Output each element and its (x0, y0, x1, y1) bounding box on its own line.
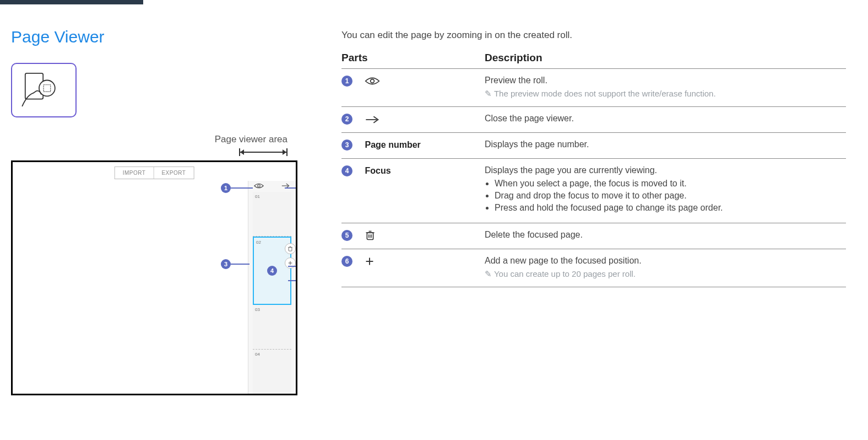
parts-header: Parts (341, 52, 485, 69)
row-note: You can create up to 20 pages per roll. (485, 269, 843, 279)
arrow-right-icon (365, 114, 380, 124)
page-number-label: 02 (256, 240, 261, 245)
plus-icon (365, 256, 375, 267)
row-description: Delete the focused page. (485, 230, 843, 240)
right-column: You can edit the page by zooming in on t… (341, 28, 846, 395)
plus-icon (287, 260, 293, 266)
parts-table: Parts Description 1 Preview the roll. T (341, 52, 846, 287)
svg-point-10 (371, 79, 375, 83)
callout-3: 3 (221, 259, 231, 269)
page-number-label: 03 (255, 307, 260, 312)
row-description: Close the page viewer. (485, 114, 843, 124)
bullet-item: Press and hold the focused page to chang… (495, 203, 843, 213)
row-part-label: Page number (365, 140, 420, 150)
row-description: Displays the page number. (485, 139, 843, 149)
callout-4: 4 (267, 266, 277, 276)
top-accent-bar (0, 0, 868, 6)
row-part-label: Focus (365, 166, 390, 176)
row-number-badge: 2 (341, 114, 352, 125)
export-tab[interactable]: EXPORT (153, 167, 193, 179)
add-page-button[interactable] (285, 257, 296, 269)
row-description: Preview the roll. (485, 76, 843, 85)
trash-icon (365, 230, 376, 241)
row-number-badge: 4 (341, 165, 352, 176)
import-tab[interactable]: IMPORT (115, 167, 154, 179)
bullet-item: When you select a page, the focus is mov… (495, 179, 843, 189)
device-diagram: IMPORT EXPORT 1 2 3 5 6 (11, 160, 297, 395)
page-title: Page Viewer (11, 28, 297, 46)
row-number-badge: 1 (341, 76, 352, 87)
table-row: 5 Delete the focused page. (341, 223, 846, 249)
gesture-thumbnail (11, 63, 77, 117)
eye-icon (365, 76, 380, 87)
hand-touch-icon (19, 69, 69, 111)
page-viewer-area-label: Page viewer area (11, 134, 287, 145)
table-row: 4 Focus Displays the page you are curren… (341, 159, 846, 223)
left-column: Page Viewer Page viewer area IMPORT EXPO… (11, 28, 297, 395)
table-row: 1 Preview the roll. The preview mode doe… (341, 69, 846, 107)
table-row: 6 Add a new page to the focused position… (341, 249, 846, 287)
table-row: 2 Close the page viewer. (341, 107, 846, 133)
svg-rect-5 (289, 248, 292, 251)
page-number-label: 01 (255, 194, 260, 199)
svg-point-1 (39, 81, 55, 96)
page-thumb-04[interactable]: 04 (253, 350, 291, 394)
row-description: Add a new page to the focused position. (485, 256, 843, 266)
page-content: Page Viewer Page viewer area IMPORT EXPO… (0, 6, 868, 401)
page-thumb-02-focused[interactable]: 02 4 (253, 237, 291, 305)
page-thumb-01[interactable]: 01 (253, 192, 291, 237)
delete-page-button[interactable] (285, 243, 296, 254)
page-number-label: 04 (255, 352, 260, 357)
intro-text: You can edit the page by zooming in on t… (341, 30, 846, 41)
table-row: 3 Page number Displays the page number. (341, 133, 846, 159)
bullet-item: Drag and drop the focus to move it to ot… (495, 191, 843, 201)
svg-point-3 (258, 185, 261, 187)
import-export-tabs: IMPORT EXPORT (115, 167, 194, 179)
row-bullets: When you select a page, the focus is mov… (485, 179, 843, 213)
row-note: The preview mode does not support the wr… (485, 89, 843, 99)
row-number-badge: 6 (341, 256, 352, 267)
close-arrow-icon[interactable] (281, 181, 290, 191)
page-thumb-03[interactable]: 03 (253, 305, 291, 350)
row-number-badge: 3 (341, 139, 352, 151)
row-number-badge: 5 (341, 230, 352, 241)
dimension-arrow (239, 148, 287, 156)
row-description: Displays the page you are currently view… (485, 165, 843, 175)
callout-1: 1 (221, 183, 231, 193)
eye-icon[interactable] (254, 181, 264, 191)
page-viewer-panel: 01 02 4 03 (248, 181, 296, 394)
description-header: Description (485, 52, 846, 69)
trash-icon (287, 246, 293, 251)
